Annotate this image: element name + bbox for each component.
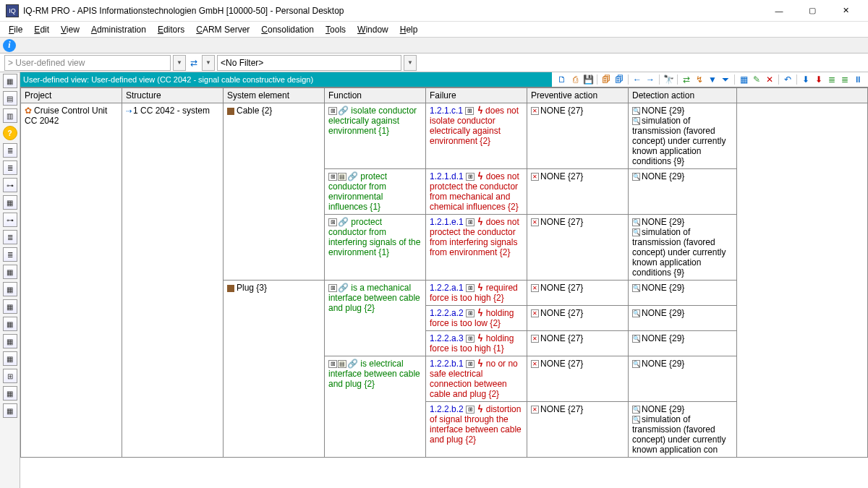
toolbar-btn-1[interactable]: ⎙ <box>569 74 581 85</box>
view-combo[interactable]: > User-defined view <box>4 55 171 71</box>
sidebar-tool-13[interactable]: ▦ <box>3 299 17 314</box>
col-preventive-action[interactable]: Preventive action <box>527 88 629 103</box>
det-icon: 🔍 <box>632 406 640 414</box>
sidebar-tool-11[interactable]: ▦ <box>3 265 17 279</box>
data-grid[interactable]: ProjectStructureSystem elementFunctionFa… <box>20 87 868 488</box>
share-control[interactable]: ⇄ <box>188 58 200 68</box>
toolbar-btn-2[interactable]: 💾 <box>582 74 594 85</box>
menu-edit[interactable]: Edit <box>30 23 54 36</box>
sidebar-tool-5[interactable]: ≣ <box>3 160 17 175</box>
toolbar-btn-27[interactable]: ⏸ <box>852 74 864 85</box>
sidebar-tool-8[interactable]: ⊶ <box>3 213 17 227</box>
failure-code: 1.2.2.a.3 <box>430 333 464 343</box>
toolbar-btn-19[interactable]: ✕ <box>764 74 775 85</box>
toolbar-btn-21[interactable]: ↶ <box>782 74 793 85</box>
prev-none: NONE {27} <box>540 106 583 116</box>
det-icon: 🔍 <box>632 173 640 181</box>
info-icon[interactable]: i <box>3 39 16 52</box>
sidebar-tool-0[interactable]: ▦ <box>3 74 17 88</box>
window-controls: — ▢ ✕ <box>762 0 862 22</box>
info-strip: i <box>0 38 868 53</box>
col-project[interactable]: Project <box>21 88 122 103</box>
toolbar-btn-5[interactable]: 🗐 <box>613 74 625 85</box>
toolbar-btn-25[interactable]: ≣ <box>826 74 838 85</box>
toolbar-btn-8[interactable]: → <box>644 74 656 85</box>
filter-combo[interactable]: <No Filter> <box>217 55 401 71</box>
prev-none: NONE {27} <box>540 359 583 369</box>
sidebar-tool-12[interactable]: ▦ <box>3 282 17 296</box>
table-row[interactable]: ✿Cruise Control Unit CC 2042⇢1 CC 2042 -… <box>21 103 868 169</box>
sidebar-tool-3[interactable]: ? <box>3 126 17 140</box>
det-icon: 🔍 <box>632 117 640 125</box>
sidebar-tool-6[interactable]: ⊶ <box>3 178 17 192</box>
toolbar-btn-10[interactable]: 🔭 <box>663 74 674 85</box>
share-arrow[interactable]: ▼ <box>202 55 215 71</box>
grid-icon: ⊞ <box>466 284 475 292</box>
sidebar-tool-16[interactable]: ▦ <box>3 351 17 366</box>
toolbar-btn-4[interactable]: 🗐 <box>600 74 612 85</box>
menu-carm server[interactable]: CARM Server <box>192 23 254 36</box>
view-combo-arrow[interactable]: ▼ <box>173 55 186 71</box>
grid-icon: ⊞ <box>466 360 475 368</box>
det-icon: 🔍 <box>632 284 640 292</box>
close-button[interactable]: ✕ <box>829 0 862 22</box>
toolbar-btn-24[interactable]: ⬇ <box>813 74 825 85</box>
det-none: NONE {29} <box>642 217 684 227</box>
menu-file[interactable]: File <box>4 23 27 36</box>
toolbar-btn-17[interactable]: ▦ <box>738 74 749 85</box>
menu-consolidation[interactable]: Consolidation <box>257 23 318 36</box>
col-detection-action[interactable]: Detection action <box>629 88 737 103</box>
col-failure[interactable]: Failure <box>426 88 527 103</box>
menu-tools[interactable]: Tools <box>321 23 350 36</box>
grid-icon: ⊞ <box>328 173 337 181</box>
sidebar-tool-1[interactable]: ▤ <box>3 91 17 106</box>
sidebar-tool-7[interactable]: ▦ <box>3 195 17 210</box>
none-icon: ✕ <box>531 218 539 226</box>
det-none: NONE {29} <box>642 106 684 116</box>
bolt-icon: ϟ <box>477 308 483 318</box>
menu-window[interactable]: Window <box>353 23 393 36</box>
maximize-button[interactable]: ▢ <box>796 0 829 22</box>
det-none: NONE {29} <box>642 283 684 293</box>
sidebar-tool-9[interactable]: ≣ <box>3 230 17 244</box>
sidebar-tool-17[interactable]: ⊞ <box>3 369 17 383</box>
menu-view[interactable]: View <box>56 23 84 36</box>
toolbar-btn-18[interactable]: ✎ <box>751 74 762 85</box>
toolbar-btn-0[interactable]: 🗋 <box>556 74 568 85</box>
toolbar-btn-23[interactable]: ⬇ <box>800 74 812 85</box>
sidebar-tool-18[interactable]: ▦ <box>3 386 17 401</box>
bolt-icon: ϟ <box>477 359 483 369</box>
det-none: NONE {29} <box>642 359 684 369</box>
minimize-button[interactable]: — <box>762 0 796 22</box>
prev-none: NONE {27} <box>540 308 583 318</box>
sidebar-tool-15[interactable]: ▦ <box>3 334 17 348</box>
col-function[interactable]: Function <box>325 88 426 103</box>
col-structure[interactable]: Structure <box>122 88 224 103</box>
grid-icon: ⊞ <box>466 218 475 226</box>
project-name: Cruise Control Unit CC 2042 <box>25 106 107 126</box>
menu-help[interactable]: Help <box>396 23 422 36</box>
app-icon: IQ <box>6 4 19 17</box>
sidebar-tool-2[interactable]: ▥ <box>3 108 17 123</box>
toolbar-btn-26[interactable]: ≣ <box>839 74 851 85</box>
toolbar-btn-13[interactable]: ↯ <box>694 74 705 85</box>
toolbar-btn-15[interactable]: ⏷ <box>720 74 731 85</box>
none-icon: ✕ <box>531 360 539 368</box>
prev-none: NONE {27} <box>540 171 583 181</box>
det-icon: 🔍 <box>632 228 640 236</box>
sidebar-tool-10[interactable]: ≣ <box>3 247 17 262</box>
left-sidebar: ▦▤▥?≣≣⊶▦⊶≣≣▦▦▦▦▦▦⊞▦▦ <box>0 72 20 488</box>
sidebar-tool-4[interactable]: ≣ <box>3 143 17 158</box>
prev-none: NONE {27} <box>540 404 583 414</box>
sidebar-tool-19[interactable]: ▦ <box>3 403 17 418</box>
failure-code: 1.2.1.e.1 <box>430 217 464 227</box>
toolbar-btn-12[interactable]: ⇄ <box>681 74 692 85</box>
col-system-element[interactable]: System element <box>224 88 325 103</box>
filter-combo-arrow[interactable]: ▼ <box>404 55 417 71</box>
grid-icon: ⊞ <box>328 218 337 226</box>
sidebar-tool-14[interactable]: ▦ <box>3 317 17 331</box>
toolbar-btn-7[interactable]: ← <box>631 74 643 85</box>
menu-editors[interactable]: Editors <box>153 23 189 36</box>
toolbar-btn-14[interactable]: ▼ <box>707 74 718 85</box>
menu-administration[interactable]: Administration <box>87 23 150 36</box>
